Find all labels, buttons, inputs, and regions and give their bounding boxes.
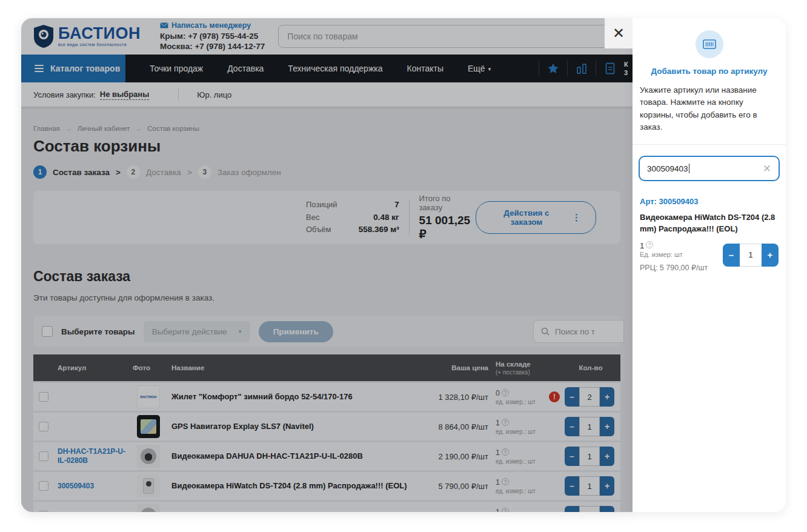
clear-input-icon[interactable]: ✕ <box>763 162 771 175</box>
add-by-article-panel: Добавить товар по артикулу Укажите артик… <box>633 18 786 512</box>
result-stock-info: 1 ? Ед. измер: шт РРЦ: 5 790,00 ₽/шт <box>640 241 708 272</box>
qty-decrease-button[interactable]: – <box>723 244 740 267</box>
panel-title[interactable]: Добавить товар по артикулу <box>633 67 786 76</box>
barcode-icon-circle <box>696 30 723 58</box>
result-unit: Ед. измер: шт <box>640 251 708 258</box>
panel-quantity-stepper: – 1 + <box>723 244 779 267</box>
qty-value[interactable]: 1 <box>740 244 762 267</box>
barcode-icon <box>703 39 716 49</box>
result-stock-value: 1 <box>640 241 644 250</box>
stage: БАСТИОН все виды систем безопасности Нап… <box>0 0 807 532</box>
divider <box>633 144 786 145</box>
qty-increase-button[interactable]: + <box>762 244 779 267</box>
close-icon: ✕ <box>613 25 625 42</box>
panel-description: Укажите артикул или название товара. Наж… <box>640 84 779 133</box>
result-stock-row: 1 ? Ед. измер: шт РРЦ: 5 790,00 ₽/шт – 1… <box>640 241 779 272</box>
result-article-link[interactable]: Арт: 300509403 <box>640 197 779 206</box>
main-window: БАСТИОН все виды систем безопасности Нап… <box>21 18 633 512</box>
article-search-input[interactable]: 300509403 ✕ <box>639 156 780 181</box>
result-product-name: Видеокамера HiWatch DS-T204 (2.8 mm) Рас… <box>640 212 779 235</box>
dim-overlay <box>21 18 633 512</box>
help-icon[interactable]: ? <box>646 241 653 248</box>
result-rrp: РРЦ: 5 790,00 ₽/шт <box>640 263 708 272</box>
text-cursor <box>689 164 689 173</box>
panel-close-button[interactable]: ✕ <box>605 18 633 48</box>
